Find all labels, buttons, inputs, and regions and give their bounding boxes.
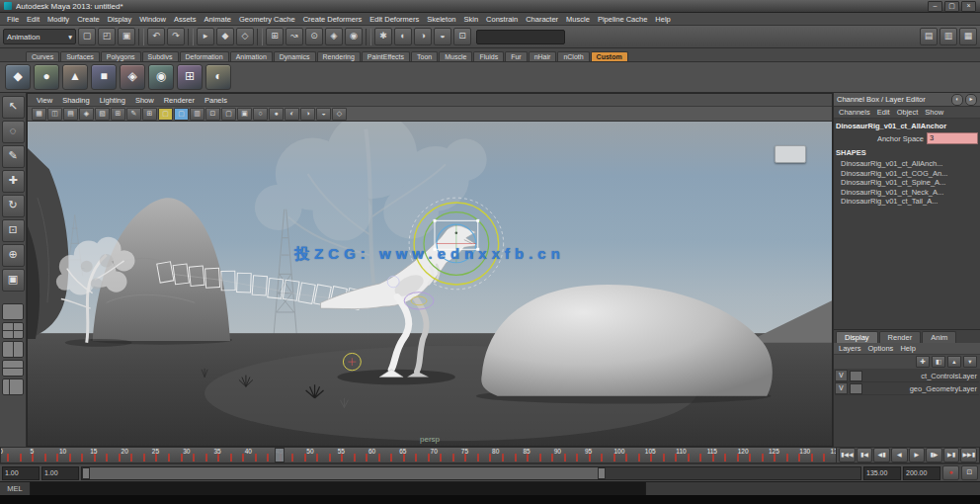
keyframe-tick[interactable] bbox=[564, 454, 566, 462]
keyframe-tick[interactable] bbox=[32, 454, 34, 462]
move-layer-up-icon[interactable]: ▴ bbox=[947, 356, 961, 368]
gate-mask-icon[interactable]: ▥ bbox=[190, 108, 204, 121]
keyframe-tick[interactable] bbox=[477, 454, 479, 462]
keyframe-tick[interactable] bbox=[267, 454, 269, 462]
2d-pan-zoom-icon[interactable]: ⊞ bbox=[111, 108, 125, 121]
keyframe-tick[interactable] bbox=[143, 454, 145, 462]
layer-menu-layers[interactable]: Layers bbox=[839, 344, 861, 353]
shelf-tab-subdivs[interactable]: Subdivs bbox=[142, 51, 179, 61]
menu-assets[interactable]: Assets bbox=[170, 15, 201, 24]
keyframe-tick[interactable] bbox=[811, 454, 813, 462]
channel-box-shape-item[interactable]: DinosaurRig_v01_ct_Neck_A... bbox=[836, 188, 978, 198]
safe-action-icon[interactable]: ▢ bbox=[221, 108, 236, 121]
frame-label[interactable]: 50 bbox=[306, 448, 313, 455]
panel-menu-shading[interactable]: Shading bbox=[58, 96, 94, 105]
step-forward-frame-button[interactable]: ▶▮ bbox=[943, 448, 960, 462]
render-current-frame-icon[interactable]: ◑ bbox=[414, 28, 432, 45]
keyframe-tick[interactable] bbox=[193, 454, 195, 462]
keyframe-tick[interactable] bbox=[589, 454, 591, 462]
playback-end-field[interactable]: 135.00 bbox=[863, 466, 901, 480]
channel-box-menu-edit[interactable]: Edit bbox=[877, 108, 890, 117]
keyframe-tick[interactable] bbox=[502, 454, 504, 462]
viewport-canvas[interactable]: 投ZCG: www.ednxxfb.cn persp bbox=[28, 122, 832, 446]
keyframe-tick[interactable] bbox=[316, 454, 318, 462]
shelf-tab-ncloth[interactable]: nCloth bbox=[557, 51, 589, 61]
shelf-tab-surfaces[interactable]: Surfaces bbox=[60, 51, 100, 61]
show-channel-box-icon[interactable]: ▦ bbox=[959, 28, 977, 45]
range-end-handle[interactable] bbox=[598, 467, 606, 479]
panel-menu-show[interactable]: Show bbox=[131, 96, 158, 105]
open-render-view-icon[interactable]: ◐ bbox=[394, 28, 412, 45]
two-pane-side-layout-button[interactable] bbox=[2, 341, 24, 358]
keyframe-tick[interactable] bbox=[81, 454, 83, 462]
keyframe-tick[interactable] bbox=[155, 454, 157, 462]
range-start-handle[interactable] bbox=[82, 467, 90, 479]
save-scene-icon[interactable]: ▣ bbox=[118, 28, 135, 45]
menu-modify[interactable]: Modify bbox=[43, 15, 73, 24]
scale-tool[interactable]: ⊡ bbox=[2, 219, 25, 242]
keyframe-tick[interactable] bbox=[354, 454, 356, 462]
frame-label[interactable]: 70 bbox=[431, 448, 438, 455]
move-layer-down-icon[interactable]: ▾ bbox=[963, 356, 977, 368]
play-forwards-button[interactable]: ▶ bbox=[909, 448, 926, 462]
playback-range-bar[interactable] bbox=[82, 467, 604, 479]
keyframe-tick[interactable] bbox=[539, 454, 541, 462]
snap-to-point-icon[interactable]: ⊙ bbox=[305, 28, 323, 45]
layer-menu-options[interactable]: Options bbox=[868, 344, 894, 353]
new-scene-icon[interactable]: ▢ bbox=[78, 28, 96, 45]
shelf-tab-curves[interactable]: Curves bbox=[26, 51, 59, 61]
layer-visibility-toggle[interactable]: V bbox=[835, 370, 848, 381]
menu-muscle[interactable]: Muscle bbox=[562, 15, 594, 24]
shelf-tab-toon[interactable]: Toon bbox=[411, 51, 438, 61]
keyframe-tick[interactable] bbox=[69, 454, 71, 462]
keyframe-tick[interactable] bbox=[130, 454, 132, 462]
panel-menu-view[interactable]: View bbox=[33, 96, 56, 105]
frame-label[interactable]: 90 bbox=[554, 448, 561, 455]
layer-type-box[interactable] bbox=[850, 371, 862, 381]
snap-to-plane-icon[interactable]: ◈ bbox=[325, 28, 343, 45]
single-pane-layout-button[interactable] bbox=[2, 303, 24, 320]
shelf-item-3[interactable]: ▲ bbox=[62, 64, 88, 90]
frame-label[interactable]: 80 bbox=[492, 448, 499, 455]
show-tool-settings-icon[interactable]: ▥ bbox=[939, 28, 957, 45]
panel-options-icon[interactable]: ◐ bbox=[951, 94, 963, 106]
move-tool[interactable]: ✚ bbox=[2, 170, 25, 193]
keyframe-tick[interactable] bbox=[551, 454, 553, 462]
select-tool[interactable]: ↖ bbox=[2, 96, 25, 119]
frame-label[interactable]: 30 bbox=[183, 448, 190, 455]
keyframe-tick[interactable] bbox=[625, 454, 627, 462]
channel-box-shape-item[interactable]: DinosaurRig_v01_ct_Spine_A... bbox=[836, 178, 978, 188]
keyframe-tick[interactable] bbox=[168, 454, 170, 462]
shelf-tab-dynamics[interactable]: Dynamics bbox=[274, 51, 316, 61]
textured-mode-icon[interactable]: ◐ bbox=[285, 108, 299, 121]
keyframe-tick[interactable] bbox=[255, 454, 257, 462]
keyframe-tick[interactable] bbox=[663, 454, 665, 462]
shelf-tab-deformation[interactable]: Deformation bbox=[180, 51, 229, 61]
wireframe-mode-icon[interactable]: ○ bbox=[253, 108, 268, 121]
grid-toggle-icon[interactable]: ⊞ bbox=[142, 108, 157, 121]
film-gate-icon[interactable]: ▢ bbox=[158, 108, 173, 121]
keyframe-tick[interactable] bbox=[762, 454, 764, 462]
shadows-toggle-icon[interactable]: ◒ bbox=[316, 108, 331, 121]
panel-menu-renderer[interactable]: Renderer bbox=[160, 96, 199, 105]
frame-label[interactable]: 100 bbox=[613, 448, 624, 455]
field-chart-icon[interactable]: ⊡ bbox=[205, 108, 220, 121]
keyframe-tick[interactable] bbox=[527, 454, 529, 462]
shelf-tab-polygons[interactable]: Polygons bbox=[101, 51, 141, 61]
channel-box-shape-item[interactable]: DinosaurRig_v01_ct_AllAnch... bbox=[836, 159, 978, 169]
keyframe-tick[interactable] bbox=[428, 454, 430, 462]
camera-attributes-icon[interactable]: ▤ bbox=[63, 108, 78, 121]
smooth-shade-mode-icon[interactable]: ● bbox=[269, 108, 284, 121]
keyframe-tick[interactable] bbox=[489, 454, 491, 462]
keyframe-tick[interactable] bbox=[242, 454, 244, 462]
frame-label[interactable]: 20 bbox=[122, 448, 128, 455]
auto-keyframe-toggle-button[interactable]: ● bbox=[942, 465, 959, 480]
menu-constrain[interactable]: Constrain bbox=[482, 15, 522, 24]
menu-display[interactable]: Display bbox=[104, 15, 136, 24]
menu-edit[interactable]: Edit bbox=[23, 15, 43, 24]
shelf-tab-nhair[interactable]: nHair bbox=[529, 51, 557, 61]
layer-type-box[interactable] bbox=[850, 383, 862, 394]
two-pane-stacked-layout-button[interactable] bbox=[2, 360, 24, 377]
frame-label[interactable]: 60 bbox=[368, 448, 375, 455]
keyframe-tick[interactable] bbox=[415, 454, 417, 462]
